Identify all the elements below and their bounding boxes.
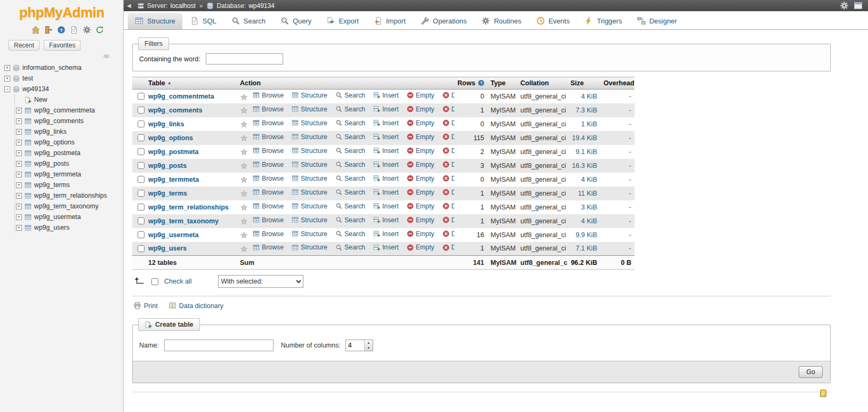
expand-icon[interactable]: + <box>16 118 22 124</box>
favorite-star-icon[interactable] <box>240 93 248 101</box>
action-structure-link[interactable]: Structure <box>292 175 327 182</box>
expand-icon[interactable]: + <box>16 150 22 156</box>
favorite-star-icon[interactable] <box>240 134 248 142</box>
tab-structure[interactable]: Structure <box>128 13 182 29</box>
tree-item-wp9g_users[interactable]: +wp9g_users <box>16 222 123 233</box>
action-browse-link[interactable]: Browse <box>253 119 284 127</box>
table-name-link[interactable]: wp9g_usermeta <box>148 231 198 239</box>
table-name-link[interactable]: wp9g_users <box>148 245 187 252</box>
action-search-link[interactable]: Search <box>335 161 365 168</box>
mysql-documentation-button[interactable] <box>69 25 79 35</box>
console-window-icon[interactable] <box>854 1 863 10</box>
action-empty-link[interactable]: Empty <box>407 216 435 224</box>
action-insert-link[interactable]: Insert <box>373 106 399 113</box>
action-drop-link[interactable]: Drop <box>443 203 455 210</box>
settings-button[interactable] <box>82 25 92 35</box>
favorite-star-icon[interactable] <box>240 245 248 253</box>
favorite-star-icon[interactable] <box>240 107 248 115</box>
header-type[interactable]: Type <box>487 77 517 90</box>
action-browse-link[interactable]: Browse <box>253 106 284 113</box>
tab-triggers[interactable]: Triggers <box>577 13 629 29</box>
action-drop-link[interactable]: Drop <box>443 161 455 168</box>
action-insert-link[interactable]: Insert <box>373 216 399 224</box>
action-empty-link[interactable]: Empty <box>407 244 435 251</box>
number-of-columns-input[interactable] <box>346 340 364 351</box>
action-drop-link[interactable]: Drop <box>443 147 455 155</box>
action-insert-link[interactable]: Insert <box>373 175 399 182</box>
row-checkbox[interactable] <box>138 190 144 197</box>
header-overhead[interactable]: Overhead <box>600 77 634 90</box>
table-name-link[interactable]: wp9g_comments <box>148 107 202 114</box>
action-insert-link[interactable]: Insert <box>373 119 399 127</box>
action-structure-link[interactable]: Structure <box>292 147 327 155</box>
action-browse-link[interactable]: Browse <box>253 244 284 251</box>
log-out-button[interactable] <box>44 25 53 35</box>
with-selected-select[interactable]: With selected: <box>218 275 303 288</box>
action-insert-link[interactable]: Insert <box>373 161 399 168</box>
table-name-link[interactable]: wp9g_term_taxonomy <box>148 217 219 225</box>
tree-item-wp9g_postmeta[interactable]: +wp9g_postmeta <box>16 148 123 158</box>
action-drop-link[interactable]: Drop <box>443 133 455 141</box>
tab-designer[interactable]: Designer <box>630 13 684 29</box>
tree-item-wp9g_terms[interactable]: +wp9g_terms <box>16 180 123 190</box>
action-drop-link[interactable]: Drop <box>443 244 455 251</box>
reload-navigation-button[interactable] <box>95 25 105 35</box>
action-drop-link[interactable]: Drop <box>443 189 455 196</box>
table-name-link[interactable]: wp9g_commentmeta <box>148 93 214 100</box>
collapse-icon[interactable]: − <box>4 86 10 92</box>
tree-db-wp49134[interactable]: −wp49134 <box>4 84 123 94</box>
action-browse-link[interactable]: Browse <box>253 216 284 224</box>
action-search-link[interactable]: Search <box>335 203 365 210</box>
tree-item-wp9g_termmeta[interactable]: +wp9g_termmeta <box>16 169 123 180</box>
home-button[interactable] <box>31 25 41 35</box>
row-checkbox[interactable] <box>138 107 144 114</box>
header-size[interactable]: Size <box>567 77 600 90</box>
data-dictionary-link[interactable]: Data dictionary <box>168 302 223 310</box>
action-drop-link[interactable]: Drop <box>443 216 455 224</box>
tree-item-New[interactable]: New <box>16 94 123 105</box>
expand-icon[interactable]: + <box>4 76 10 82</box>
action-search-link[interactable]: Search <box>335 147 365 155</box>
database-link[interactable]: wp49134 <box>248 2 275 10</box>
tree-item-wp9g_comments[interactable]: +wp9g_comments <box>16 116 123 126</box>
stepper-arrows[interactable]: ▲▼ <box>364 340 373 351</box>
row-checkbox[interactable] <box>138 245 144 252</box>
action-browse-link[interactable]: Browse <box>253 203 284 210</box>
phpmyadmin-logo[interactable]: phpMyAdmin <box>0 0 123 22</box>
action-structure-link[interactable]: Structure <box>292 244 327 251</box>
action-browse-link[interactable]: Browse <box>253 147 284 155</box>
row-checkbox[interactable] <box>138 231 144 238</box>
action-search-link[interactable]: Search <box>335 244 365 251</box>
tab-routines[interactable]: Routines <box>475 13 528 29</box>
tree-item-wp9g_usermeta[interactable]: +wp9g_usermeta <box>16 212 123 222</box>
row-checkbox[interactable] <box>138 120 144 127</box>
action-insert-link[interactable]: Insert <box>373 203 399 210</box>
action-structure-link[interactable]: Structure <box>292 203 327 210</box>
tree-item-wp9g_options[interactable]: +wp9g_options <box>16 137 123 148</box>
tab-sql[interactable]: SQL <box>183 13 223 29</box>
header-rows[interactable]: Rows? <box>454 77 487 90</box>
table-name-link[interactable]: wp9g_posts <box>148 162 187 169</box>
tree-item-wp9g_term_taxonomy[interactable]: +wp9g_term_taxonomy <box>16 201 123 212</box>
action-empty-link[interactable]: Empty <box>407 175 435 182</box>
table-name-input[interactable] <box>164 340 274 351</box>
action-search-link[interactable]: Search <box>335 119 365 127</box>
tab-export[interactable]: Export <box>319 13 366 29</box>
header-table[interactable]: Table▲ <box>145 77 237 90</box>
action-structure-link[interactable]: Structure <box>292 119 327 127</box>
action-empty-link[interactable]: Empty <box>407 119 435 127</box>
table-name-link[interactable]: wp9g_term_relationships <box>148 204 229 211</box>
row-checkbox[interactable] <box>138 162 144 169</box>
action-browse-link[interactable]: Browse <box>253 92 284 99</box>
favorite-star-icon[interactable] <box>240 120 248 128</box>
tab-operations[interactable]: Operations <box>414 13 474 29</box>
page-icon[interactable] <box>819 389 827 398</box>
phpmyadmin-documentation-button[interactable]: ? <box>57 25 66 35</box>
row-checkbox[interactable] <box>138 148 144 155</box>
action-empty-link[interactable]: Empty <box>407 133 435 141</box>
action-empty-link[interactable]: Empty <box>407 92 435 99</box>
tab-search[interactable]: Search <box>224 13 272 29</box>
favorite-star-icon[interactable] <box>240 231 248 239</box>
action-insert-link[interactable]: Insert <box>373 230 399 238</box>
action-empty-link[interactable]: Empty <box>407 189 435 196</box>
